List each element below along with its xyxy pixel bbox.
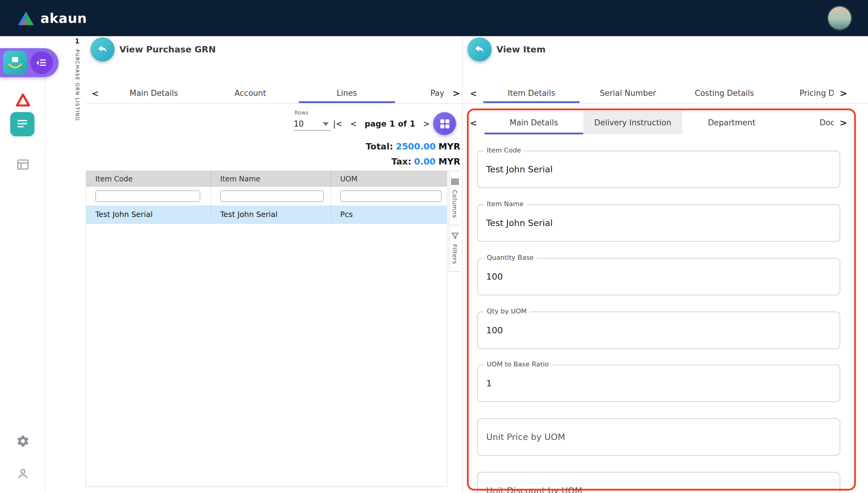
filter-cell	[331, 187, 447, 206]
table-header-row: Item Code Item Name UOM	[86, 171, 447, 187]
chevron-down-icon	[323, 122, 329, 126]
of-word: of	[398, 119, 407, 128]
pdf-icon[interactable]	[15, 92, 32, 108]
tab-label: Main Details	[130, 89, 178, 98]
chevron-right-icon: >	[840, 117, 847, 128]
tab-label: Main Details	[510, 118, 558, 127]
grn-app-icon[interactable]	[3, 51, 27, 75]
field-qty-by-uom[interactable]: Qty by UOM 100	[477, 312, 840, 349]
field-unit-discount-by-uom[interactable]: Unit Discount by UOM	[477, 472, 840, 493]
item-tab-item-details[interactable]: Item Details	[483, 83, 580, 103]
field-label: Item Code	[484, 147, 524, 154]
tab-label: Serial Number	[600, 89, 656, 98]
next-page-button[interactable]: >	[423, 119, 430, 128]
hands-box-icon	[5, 52, 25, 73]
grn-tabs-scroll-left-icon[interactable]: <	[92, 83, 99, 103]
subtab-department[interactable]: Department	[682, 111, 781, 134]
field-quantity-base[interactable]: Quantity Base 100	[477, 258, 840, 295]
back-arrow-icon	[97, 43, 108, 56]
page-word: page	[365, 119, 386, 128]
prev-page-button[interactable]: <	[350, 119, 357, 128]
table-row[interactable]: Test John Serial Test John Serial Pcs	[86, 206, 447, 223]
grn-back-button[interactable]	[90, 37, 115, 62]
grid-view-button[interactable]	[433, 112, 456, 135]
item-tab-serial-number[interactable]: Serial Number	[580, 83, 676, 103]
menu-open-button[interactable]	[30, 51, 53, 74]
user-avatar[interactable]	[828, 7, 851, 29]
subtab-main-details[interactable]: Main Details	[484, 111, 583, 134]
item-tabs-scroll-right[interactable]: >	[834, 83, 868, 103]
item-tab-bar: < Item Details Serial Number Costing Det…	[463, 83, 868, 103]
field-item-name[interactable]: Item Name Test John Serial	[477, 204, 840, 242]
filters-label: Filters	[452, 244, 458, 264]
rows-per-page-value: 10	[294, 119, 304, 128]
column-header-item-code[interactable]: Item Code	[86, 171, 211, 187]
field-label: UOM to Base Ratio	[484, 360, 552, 368]
filter-item-code-input[interactable]	[95, 190, 200, 202]
grn-tab-account[interactable]: Account	[202, 83, 298, 103]
pagination: |< < page1of1 > >|	[333, 117, 447, 131]
rows-per-page-select[interactable]: 10	[294, 117, 331, 131]
field-item-code[interactable]: Item Code Test John Serial	[477, 151, 840, 188]
item-tabs-scroll-left-icon[interactable]: <	[470, 83, 477, 103]
table-filter-row	[86, 187, 447, 206]
chevron-right-icon: >	[452, 88, 460, 99]
grn-panel-title: View Purchase GRN	[120, 45, 215, 54]
subtabs-scroll-right[interactable]: >	[834, 111, 868, 134]
field-uom-to-base-ratio[interactable]: UOM to Base Ratio 1	[477, 365, 840, 402]
columns-toggle[interactable]: Columns	[449, 171, 460, 226]
grn-tab-lines[interactable]: Lines	[298, 83, 395, 103]
filters-toggle[interactable]: Filters	[449, 226, 460, 272]
list-lines-icon	[16, 117, 29, 131]
grid-icon	[439, 119, 450, 129]
view-item-panel: View Item < Item Details Serial Number C…	[463, 36, 868, 493]
tab-label: Delivery Instruction	[594, 118, 671, 127]
grn-tab-main-details[interactable]: Main Details	[106, 83, 202, 103]
akaun-logo[interactable]: akaun	[17, 10, 87, 26]
field-placeholder-label: Unit Price by UOM	[486, 432, 565, 442]
outlined-table-icon	[15, 157, 30, 171]
subtabs-scroll-left-icon[interactable]: <	[470, 111, 477, 134]
columns-label: Columns	[452, 190, 458, 218]
tab-label: Lines	[336, 89, 357, 98]
subtab-delivery-instruction[interactable]: Delivery Instruction	[583, 111, 682, 134]
column-header-uom[interactable]: UOM	[331, 171, 447, 187]
field-value: Test John Serial	[486, 165, 553, 174]
grn-lines-table: Item Code Item Name UOM Test John Serial…	[86, 171, 448, 487]
field-unit-price-by-uom[interactable]: Unit Price by UOM	[477, 418, 840, 456]
field-value: 100	[486, 325, 503, 335]
field-value: Test John Serial	[486, 218, 553, 228]
workspace-tab-label[interactable]: PURCHASE GRN LISTING	[75, 49, 80, 121]
active-app-pill[interactable]	[0, 48, 59, 77]
person-icon	[16, 467, 29, 480]
workspace-tab-strip: 1 PURCHASE GRN LISTING	[71, 37, 83, 121]
back-arrow-icon	[474, 43, 485, 56]
tax-value: 0.00	[414, 157, 436, 166]
menu-open-icon	[36, 57, 48, 69]
item-back-button[interactable]	[468, 37, 492, 62]
first-page-button[interactable]: |<	[333, 119, 342, 128]
filter-funnel-icon	[451, 232, 459, 240]
field-value: 100	[486, 272, 503, 281]
tab-label: Account	[235, 89, 266, 98]
field-label: Item Name	[484, 200, 526, 208]
listing-app-icon[interactable]	[10, 112, 34, 136]
gear-icon	[16, 434, 29, 448]
account-button[interactable]	[16, 467, 29, 480]
filter-item-name-input[interactable]	[220, 190, 324, 202]
settings-button[interactable]	[16, 434, 29, 448]
cell-uom: Pcs	[331, 206, 447, 223]
total-currency: MYR	[438, 142, 460, 151]
purchase-grn-panel: View Purchase GRN < Main Details Account…	[86, 36, 462, 493]
filter-uom-input[interactable]	[340, 190, 441, 202]
tab-divider	[463, 103, 868, 104]
totals-block: Total: 2500.00 MYR Tax: 0.00 MYR	[366, 139, 460, 169]
grn-tab-bar: < Main Details Account Lines Pay >	[86, 83, 462, 103]
chevron-right-icon: >	[840, 88, 847, 99]
tab-divider	[86, 103, 462, 104]
tab-label: Costing Details	[695, 89, 754, 98]
grn-tabs-scroll-right[interactable]: >	[446, 83, 462, 103]
table-list-icon[interactable]	[15, 157, 30, 172]
column-header-item-name[interactable]: Item Name	[211, 171, 331, 187]
item-tab-costing-details[interactable]: Costing Details	[676, 83, 773, 103]
